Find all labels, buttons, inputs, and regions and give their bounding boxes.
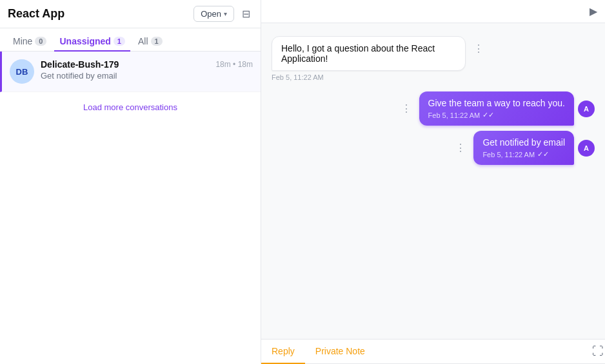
tab-mine[interactable]: Mine 0 (8, 32, 52, 52)
reply-tab[interactable]: Reply (261, 340, 305, 364)
unassigned-tab-label: Unassigned (59, 36, 110, 46)
unassigned-tab-badge: 1 (114, 37, 125, 46)
conversation-item[interactable]: DB Delicate-Bush-179 18m • 18m Get notif… (0, 52, 261, 92)
load-more-button[interactable]: Load more conversations (0, 92, 261, 122)
outgoing-bubble-1: Give the team a way to reach you. Feb 5,… (419, 91, 574, 126)
right-panel: ▶ Hello, I got a question about the Reac… (261, 0, 605, 364)
private-note-label: Private Note (315, 346, 365, 356)
outgoing-options-icon-1[interactable]: ⋮ (399, 101, 415, 116)
incoming-message: Hello, I got a question about the React … (272, 36, 466, 81)
messages-area: Hello, I got a question about the React … (261, 23, 605, 339)
check-icon-1: ✓✓ (482, 111, 494, 119)
incoming-options-icon[interactable]: ⋮ (471, 41, 488, 56)
reply-bar: Reply Private Note ⛶ (261, 339, 605, 364)
outgoing-message-1: Give the team a way to reach you. Feb 5,… (419, 91, 574, 126)
mine-tab-label: Mine (13, 36, 32, 46)
outgoing-message-2: Get notified by email Feb 5, 11:22 AM ✓✓ (473, 131, 574, 165)
conversation-info: Delicate-Bush-179 18m • 18m Get notified… (41, 59, 253, 81)
outgoing-time-2: Feb 5, 11:22 AM (482, 151, 535, 158)
reply-tabs: Reply Private Note ⛶ (261, 340, 605, 364)
outgoing-text-1: Give the team a way to reach you. (428, 98, 565, 108)
conversation-top: Delicate-Bush-179 18m • 18m (41, 59, 253, 70)
outgoing-bubble-2: Get notified by email Feb 5, 11:22 AM ✓✓ (473, 131, 574, 165)
outgoing-time-1: Feb 5, 11:22 AM (428, 111, 481, 119)
all-tab-label: All (138, 36, 148, 46)
agent-avatar-1: A (578, 101, 595, 117)
incoming-time: Feb 5, 11:22 AM (272, 73, 324, 81)
private-note-tab[interactable]: Private Note (305, 340, 375, 364)
conversation-list: DB Delicate-Bush-179 18m • 18m Get notif… (0, 52, 261, 364)
outgoing-messages-group: ⋮ Give the team a way to reach you. Feb … (272, 91, 595, 165)
reply-tab-label: Reply (272, 346, 295, 356)
open-dropdown-button[interactable]: Open ▾ (193, 6, 234, 22)
resize-icon[interactable]: ⛶ (591, 343, 605, 359)
all-tab-badge: 1 (151, 37, 163, 46)
outgoing-message-row-1: ⋮ Give the team a way to reach you. Feb … (399, 91, 595, 126)
left-header: React App Open ▾ ⊟ (0, 0, 261, 28)
agent-avatar-2: A (578, 140, 595, 157)
outgoing-options-icon-2[interactable]: ⋮ (453, 140, 470, 155)
tabs-row: Mine 0 Unassigned 1 All 1 (0, 28, 261, 52)
incoming-message-row: Hello, I got a question about the React … (272, 36, 595, 81)
conversation-name: Delicate-Bush-179 (41, 59, 119, 70)
avatar: DB (10, 59, 34, 84)
expand-icon[interactable]: ▶ (590, 5, 597, 17)
filter-icon[interactable]: ⊟ (239, 5, 253, 23)
open-label: Open (201, 9, 221, 19)
conversation-preview: Get notified by email (41, 71, 253, 81)
check-icon-2: ✓✓ (537, 150, 549, 158)
chevron-down-icon: ▾ (224, 10, 227, 17)
incoming-bubble: Hello, I got a question about the React … (272, 36, 466, 71)
mine-tab-badge: 0 (35, 37, 46, 46)
outgoing-text-2: Get notified by email (482, 137, 565, 148)
left-panel: React App Open ▾ ⊟ Mine 0 Unassigned 1 A… (0, 0, 261, 364)
tab-all[interactable]: All 1 (133, 32, 168, 52)
outgoing-message-row-2: ⋮ Get notified by email Feb 5, 11:22 AM … (453, 131, 595, 165)
right-header: ▶ (261, 0, 605, 23)
conversation-time: 18m • 18m (215, 60, 253, 69)
app-title: React App (8, 7, 188, 21)
tab-unassigned[interactable]: Unassigned 1 (54, 32, 130, 52)
